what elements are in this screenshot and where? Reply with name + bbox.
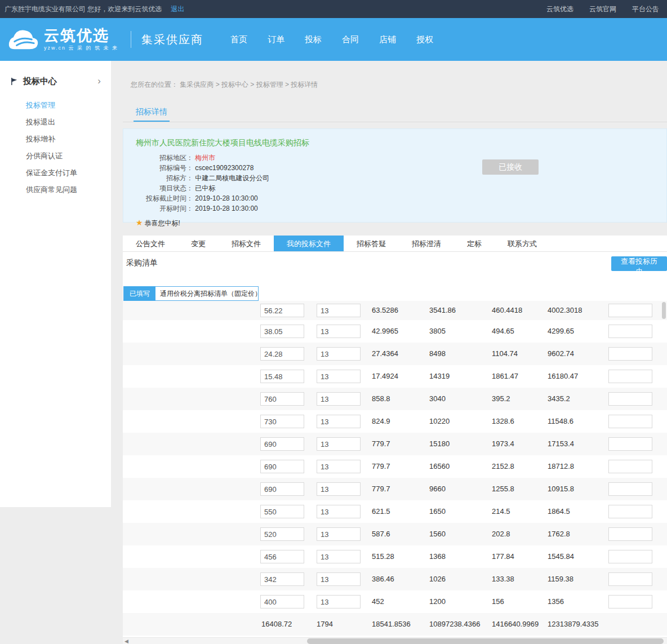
remark-input[interactable]	[608, 415, 652, 428]
remark-input[interactable]	[608, 572, 652, 586]
cloud-logo-icon	[6, 26, 41, 52]
field-label: 开标时间：	[136, 203, 193, 214]
header-nav-item[interactable]: 店铺	[379, 34, 396, 45]
tax-rate-input[interactable]	[317, 437, 361, 451]
brand-name: 云筑优选	[44, 28, 118, 45]
horizontal-scrollbar[interactable]: ◀	[123, 637, 667, 644]
remark-input[interactable]	[608, 595, 652, 609]
remark-input[interactable]	[608, 505, 652, 518]
tax-rate-input[interactable]	[317, 347, 361, 361]
detail-tab-item[interactable]: 公告文件	[123, 236, 178, 251]
tax-rate-input[interactable]	[317, 482, 361, 496]
unit-price-input[interactable]	[260, 527, 304, 541]
unit-price-input[interactable]	[260, 482, 304, 496]
tax-rate-input[interactable]	[317, 572, 361, 586]
remark-input[interactable]	[608, 304, 652, 317]
tax-rate-input[interactable]	[317, 550, 361, 563]
topbar-link[interactable]: 云筑官网	[589, 5, 616, 14]
bid-list-badge-box[interactable]: 已填写 通用价税分离招标清单（固定价）	[123, 286, 259, 301]
tax-rate-input[interactable]	[317, 505, 361, 518]
sidebar-header[interactable]: 投标中心 ›	[0, 61, 111, 96]
tender-field-row: 投标截止时间： 2019-10-28 10:30:00	[136, 193, 666, 203]
unit-price-input[interactable]	[260, 304, 304, 317]
unit-price-input[interactable]	[260, 325, 304, 338]
header-nav-item[interactable]: 授权	[416, 34, 433, 45]
tax-rate-input[interactable]	[317, 304, 361, 317]
tax-rate-input[interactable]	[317, 595, 361, 609]
tax-rate-input[interactable]	[317, 370, 361, 383]
unit-price-input[interactable]	[260, 370, 304, 383]
remark-input[interactable]	[608, 527, 652, 541]
header-nav-item[interactable]: 合同	[342, 34, 359, 45]
remark-input[interactable]	[608, 347, 652, 361]
unit-price-input[interactable]	[260, 505, 304, 518]
taxed-unit-price-cell: 27.4364	[372, 343, 398, 365]
amount-cell: 3040	[429, 388, 446, 410]
table-row: 42.9965 3805 494.65 4299.65	[123, 320, 667, 343]
sidebar-item[interactable]: 供应商常见问题	[26, 181, 111, 198]
breadcrumb-path[interactable]: 集采供应商 > 投标中心 > 投标管理 > 投标详情	[180, 81, 318, 88]
detail-tab-item[interactable]: 定标	[454, 236, 495, 251]
remark-input[interactable]	[608, 437, 652, 451]
remark-input[interactable]	[608, 550, 652, 563]
total-cell: 1416640.9969	[492, 613, 539, 636]
logout-link[interactable]: 退出	[171, 5, 184, 14]
sidebar-item[interactable]: 投标增补	[26, 131, 111, 148]
topbar-link[interactable]: 云筑优选	[546, 5, 573, 14]
amount-cell: 1200	[429, 590, 446, 613]
unit-price-input[interactable]	[260, 437, 304, 451]
unit-price-input[interactable]	[260, 415, 304, 428]
sidebar-item[interactable]: 投标退出	[26, 114, 111, 131]
topbar-link[interactable]: 平台公告	[632, 5, 659, 14]
field-label: 招标编号：	[136, 163, 193, 173]
detail-tab-item[interactable]: 招标答疑	[344, 236, 399, 251]
unit-price-input[interactable]	[260, 595, 304, 609]
detail-tab-item[interactable]: 我的投标文件	[274, 236, 344, 251]
unit-price-input[interactable]	[260, 460, 304, 473]
sidebar-item[interactable]: 保证金支付订单	[26, 165, 111, 181]
unit-price-input[interactable]	[260, 550, 304, 563]
received-button[interactable]: 已接收	[482, 159, 539, 175]
unit-price-input[interactable]	[260, 572, 304, 586]
table-row: 515.28 1368 177.84 1545.84	[123, 545, 667, 568]
header-nav-item[interactable]: 首页	[230, 34, 247, 45]
view-bid-history-button[interactable]: 查看投标历史	[611, 256, 667, 271]
tax-rate-input[interactable]	[317, 325, 361, 338]
header-nav-item[interactable]: 投标	[305, 34, 322, 45]
remark-input[interactable]	[608, 482, 652, 496]
tax-amount-cell: 460.4418	[492, 301, 522, 320]
remark-input[interactable]	[608, 370, 652, 383]
header-nav-item[interactable]: 订单	[268, 34, 284, 45]
tax-amount-cell: 177.84	[492, 545, 514, 568]
brand-logo[interactable]: 云筑优选 yzw.cn 云 采 的 筑 未 来	[6, 26, 118, 52]
detail-tab-item[interactable]: 招标文件	[219, 236, 274, 251]
remark-input[interactable]	[608, 460, 652, 473]
tax-rate-input[interactable]	[317, 392, 361, 406]
sidebar-item[interactable]: 分供商认证	[26, 148, 111, 165]
sidebar-item[interactable]: 投标管理	[26, 97, 111, 114]
chevron-right-icon[interactable]: ›	[97, 75, 101, 87]
detail-tab-item[interactable]: 变更	[178, 236, 219, 251]
amount-cell: 10220	[429, 410, 450, 433]
tab-bid-detail[interactable]: 招标详情	[134, 103, 170, 122]
tax-rate-input[interactable]	[317, 415, 361, 428]
horizontal-scrollbar-thumb[interactable]	[307, 638, 664, 644]
taxed-unit-price-cell: 17.4924	[372, 365, 398, 388]
sidebar-menu: 投标管理投标退出投标增补分供商认证保证金支付订单供应商常见问题	[0, 97, 111, 198]
unit-price-input[interactable]	[260, 347, 304, 361]
vertical-scrollbar-thumb[interactable]	[662, 302, 666, 319]
tax-rate-input[interactable]	[317, 527, 361, 541]
filled-status-badge[interactable]: 已填写	[124, 286, 155, 301]
taxed-unit-price-cell: 858.8	[372, 388, 390, 410]
remark-input[interactable]	[608, 392, 652, 406]
table-row: 386.46 1026 133.38 1159.38	[123, 568, 667, 590]
detail-tab-item[interactable]: 招标澄清	[399, 236, 454, 251]
detail-tab-item[interactable]: 联系方式	[495, 236, 550, 251]
tax-rate-input[interactable]	[317, 460, 361, 473]
table-row: 779.7 9660 1255.8 10915.8	[123, 478, 667, 500]
taxed-unit-price-cell: 515.28	[372, 545, 394, 568]
tender-fields: 招标地区： 梅州市 招标编号： cscec19092300278 招标方： 中建…	[136, 153, 666, 214]
remark-input[interactable]	[608, 325, 652, 338]
unit-price-input[interactable]	[260, 392, 304, 406]
scroll-left-arrow-icon[interactable]: ◀	[123, 638, 130, 644]
